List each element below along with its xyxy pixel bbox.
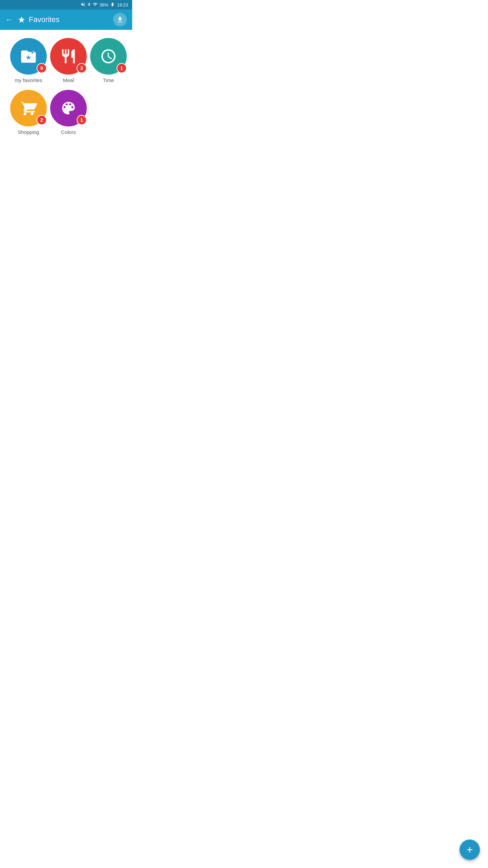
download-button[interactable] — [113, 13, 127, 26]
mute-icon — [81, 2, 85, 8]
my-favorites-circle-container: 9 — [10, 38, 47, 75]
category-shopping[interactable]: 2 Shopping — [10, 90, 47, 135]
category-colors[interactable]: 1 Colors — [50, 90, 87, 135]
colors-badge: 1 — [77, 115, 87, 125]
shopping-badge: 2 — [37, 115, 47, 125]
shopping-label: Shopping — [18, 129, 39, 135]
category-meal[interactable]: 3 Meal — [50, 38, 87, 83]
status-bar: 36% 19:23 — [0, 0, 132, 9]
colors-label: Colors — [61, 129, 76, 135]
app-bar: ← ★ Favorites — [0, 9, 132, 30]
time-badge: 1 — [117, 63, 127, 73]
main-content: 9 my favorites 3 Meal — [0, 30, 132, 150]
page-title: Favorites — [29, 15, 59, 24]
favorites-row-2: 2 Shopping 1 Colors — [7, 90, 125, 135]
category-my-favorites[interactable]: 9 my favorites — [10, 38, 47, 83]
signal-icon — [93, 2, 98, 8]
meal-circle-container: 3 — [50, 38, 87, 75]
battery-icon — [110, 2, 115, 7]
back-button[interactable]: ← — [5, 15, 13, 24]
time-circle-container: 1 — [90, 38, 127, 75]
shopping-circle-container: 2 — [10, 90, 47, 126]
battery-percent: 36% — [99, 2, 108, 7]
colors-circle-container: 1 — [50, 90, 87, 126]
meal-label: Meal — [63, 77, 74, 83]
bluetooth-icon — [87, 2, 91, 8]
category-time[interactable]: 1 Time — [90, 38, 127, 83]
svg-rect-1 — [21, 53, 27, 55]
favorites-row-1: 9 my favorites 3 Meal — [7, 38, 125, 83]
favorites-star-icon: ★ — [18, 15, 25, 25]
time-label: Time — [103, 77, 114, 83]
meal-badge: 3 — [77, 63, 87, 73]
my-favorites-label: my favorites — [15, 77, 42, 83]
my-favorites-badge: 9 — [37, 63, 47, 73]
time-display: 19:23 — [117, 2, 128, 7]
